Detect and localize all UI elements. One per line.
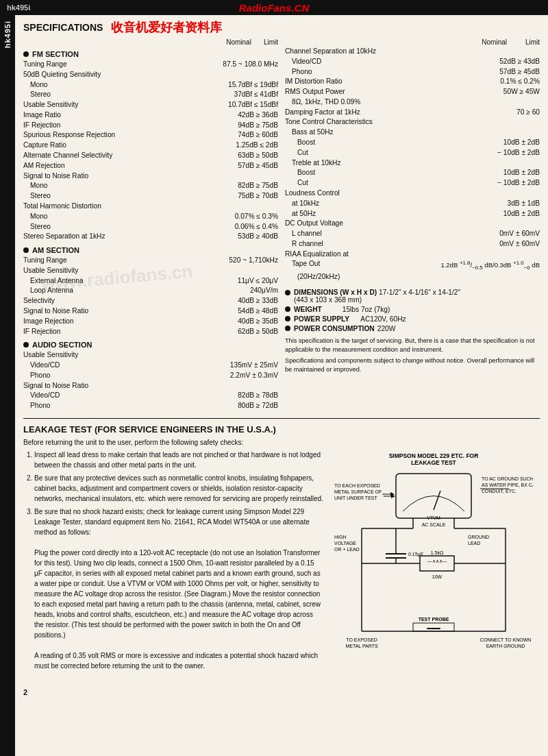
spec-label: Image Rejection: [23, 317, 77, 327]
spec-label: 8Ω, 1kHz, THD 0.09%: [285, 97, 363, 108]
spec-label: Boost: [285, 138, 318, 148]
page-number-row: 2: [23, 688, 540, 696]
spec-row: Cut − 10dB ± 2dB: [285, 178, 540, 188]
usable-sensitivity-label: Usable Sensitivity: [23, 100, 81, 110]
am-title: AM SECTION: [32, 246, 79, 254]
spec-label: Mono: [23, 181, 50, 191]
spec-value: 74dB ≥ 60dB: [238, 130, 278, 141]
spec-label: Channel Separation at 10kHz: [285, 47, 379, 57]
spec-row: (20Hz/20kHz): [285, 272, 540, 282]
spec-row: Stereo 0.06% ≤ 0.4%: [23, 222, 278, 232]
leakage-text: Inspect all lead dress to make certain t…: [23, 450, 323, 683]
spec-row: Image Ratio 42dB ≥ 36dB: [23, 110, 278, 121]
dimensions-bullet: [285, 290, 290, 295]
svg-text:TO AC GROUND SUCH: TO AC GROUND SUCH: [482, 476, 533, 481]
spec-value: 57dB ≥ 45dB: [238, 161, 278, 171]
spec-label: DC Output Voltage: [285, 219, 346, 229]
spec-value: 52dB ≥ 43dB: [499, 57, 540, 67]
spec-value: 50W ≥ 45W: [503, 87, 540, 97]
model-number: hk495i: [7, 3, 30, 12]
spec-label: Total Harmonic Distortion: [23, 202, 104, 212]
spec-value: − 10dB ± 2dB: [497, 148, 540, 158]
svg-text:OR + LEAD: OR + LEAD: [334, 547, 360, 552]
distortion-ratio-row: IM Distortion Ratio 0.1% ≤ 0.2%: [285, 77, 540, 87]
spec-label: Video/CD: [23, 361, 62, 371]
spec-label: Boost: [285, 168, 318, 178]
svg-text:▬▬▬: ▬▬▬: [427, 625, 440, 630]
spec-row: 8Ω, 1kHz, THD 0.09%: [285, 97, 540, 108]
svg-text:CONNECT TO KNOWN: CONNECT TO KNOWN: [480, 637, 532, 642]
svg-text:METAL SURFACE OF: METAL SURFACE OF: [334, 489, 382, 494]
spec-value: 0.07% ≤ 0.3%: [235, 212, 278, 222]
leakage-diagram: SIMPSON MODEL 229 ETC. FOR LEAKAGE TEST …: [334, 450, 540, 683]
main-content: SPECIFICATIONS 收音机爱好者资料库 Nominal Limit F…: [15, 15, 548, 705]
svg-text:10W: 10W: [432, 574, 443, 579]
leakage-content: Inspect all lead dress to make certain t…: [23, 450, 540, 683]
audio-section-header: AUDIO SECTION: [23, 341, 278, 349]
audio-specs: Usable Sensitivity Video/CD 135mV ± 25mV…: [23, 350, 278, 411]
spec-value: 0.06% ≤ 0.4%: [235, 222, 278, 232]
svg-text:METAL PARTS: METAL PARTS: [345, 644, 378, 648]
spec-value: 10.7dBf ≤ 15dBf: [228, 100, 278, 110]
specs-left: Nominal Limit FM SECTION Tuning Range 87…: [23, 38, 278, 413]
svg-line-3: [434, 491, 440, 510]
spec-row: Stereo 75dB ≥ 70dB: [23, 191, 278, 202]
spec-label: Phono: [23, 401, 53, 411]
dimensions-value: 17-1/2" x 4-1/16" x 14-1/2": [379, 289, 460, 296]
spec-label: Stereo: [23, 191, 53, 202]
spec-value: 3dB ± 1dB: [507, 199, 540, 209]
limit-header: Limit: [264, 38, 278, 46]
svg-text:CONDUIT, ETC.: CONDUIT, ETC.: [482, 489, 516, 493]
spec-row: Capture Ratio 1.25dB ≤ 2dB: [23, 141, 278, 151]
spec-value: 0mV ± 60mV: [499, 229, 540, 239]
spec-row: Channel Separation at 10kHz: [285, 47, 540, 57]
spec-row: Selectivity 40dB ≥ 33dB: [23, 296, 278, 306]
spec-row: DC Output Voltage: [285, 219, 540, 229]
chinese-subtitle: 收音机爱好者资料库: [111, 19, 222, 36]
spec-row: AM Rejection 57dB ≥ 45dB: [23, 161, 278, 171]
spec-row: Bass at 50Hz: [285, 127, 540, 138]
spec-value: − 10dB ± 2dB: [497, 178, 540, 188]
spec-label: Image Ratio: [23, 110, 64, 121]
weight-bullet: [285, 306, 290, 312]
spec-row: at 10kHz 3dB ± 1dB: [285, 199, 540, 209]
spec-row: Boost 10dB ± 2dB: [285, 138, 540, 148]
spec-row: Total Harmonic Distortion: [23, 202, 278, 212]
svg-text:TEST PROBE: TEST PROBE: [419, 617, 449, 622]
audio-bullet: [23, 342, 29, 347]
footnote1: This specification is the target of serv…: [285, 337, 540, 354]
spec-value: 57dB ≥ 45dB: [499, 67, 540, 77]
right-col-headers: Nominal Limit: [285, 38, 540, 46]
spec-row: External Antenna 11μV ≤ 20μV: [23, 276, 278, 286]
spec-label: AM Rejection: [23, 161, 68, 171]
svg-text:AS WATER PIPE, BX CABLE,: AS WATER PIPE, BX CABLE,: [482, 483, 533, 487]
spec-value: 82dB ≥ 78dB: [238, 391, 278, 401]
spec-value: 40dB ≥ 35dB: [238, 317, 278, 327]
spec-label: (20Hz/20kHz): [285, 272, 342, 282]
fm-section-header: FM SECTION: [23, 50, 278, 58]
spec-value: 240μV/m: [250, 286, 278, 296]
power-consumption-label: POWER CONSUMPTION: [294, 325, 375, 332]
spec-label: at 50Hz: [285, 209, 319, 219]
spec-label: IF Rejection: [23, 121, 63, 131]
spec-label: Signal to Noise Ratio: [23, 381, 91, 391]
svg-text:TO EXPOSED: TO EXPOSED: [346, 637, 377, 642]
weight-row: WEIGHT 15lbs 7oz (7kg): [285, 306, 540, 313]
spec-label: Tuning Range: [23, 60, 70, 70]
spec-label: Video/CD: [285, 57, 324, 67]
spec-row: Tape Out 1.2dB +1.8/−0.5 dB/0.3dB +1.0−0…: [285, 259, 540, 272]
svg-text:GROUND: GROUND: [468, 535, 489, 539]
spec-label: Signal to Noise Ratio: [23, 171, 91, 182]
spec-label: Treble at 10kHz: [285, 158, 344, 169]
spec-label: RIAA Equalization at: [285, 249, 351, 260]
spec-label: Usable Sensitivity: [23, 266, 81, 276]
spec-value: 1.2dB +1.8/−0.5 dB/0.3dB +1.0−0 dB: [440, 259, 540, 272]
spec-label: Cut: [285, 148, 311, 158]
spec-label: Stereo Separation at 1kHz: [23, 232, 108, 242]
dimensions-mm: (443 x 103 x 368 mm): [294, 296, 460, 304]
spec-row: IF Rejection 62dB ≥ 50dB: [23, 327, 278, 337]
svg-text:SIMPSON MODEL 229 ETC. FOR: SIMPSON MODEL 229 ETC. FOR: [389, 452, 479, 459]
spec-label: R channel: [285, 239, 326, 249]
spec-value: 80dB ≥ 72dB: [238, 401, 278, 411]
spec-label: Spurious Response Rejection: [23, 130, 118, 141]
